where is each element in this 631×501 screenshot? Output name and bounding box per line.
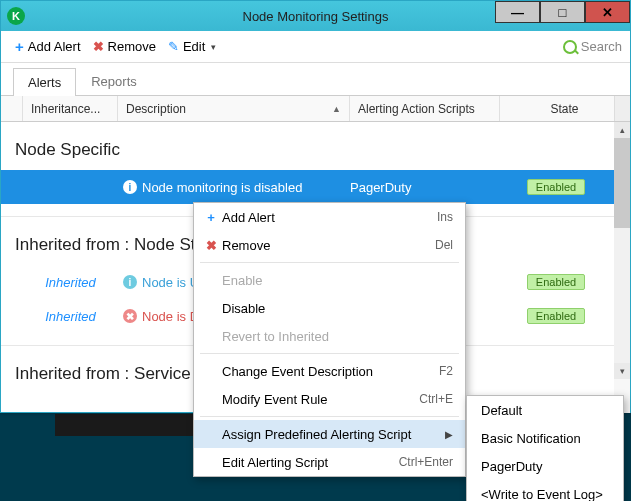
menu-label: Remove — [222, 238, 435, 253]
column-description-label: Description — [126, 102, 186, 116]
column-inheritance[interactable]: Inheritance... — [23, 96, 118, 121]
section-node-specific: Node Specific — [1, 122, 630, 170]
maximize-button[interactable]: □ — [540, 1, 585, 23]
scroll-down-button[interactable]: ▾ — [614, 363, 630, 379]
tab-alerts[interactable]: Alerts — [13, 68, 76, 96]
menu-change-description[interactable]: Change Event Description F2 — [194, 357, 465, 385]
cell-inherited: Inherited — [23, 275, 118, 290]
scroll-gutter-header — [614, 96, 630, 121]
add-alert-label: Add Alert — [28, 39, 81, 54]
toolbar: + Add Alert ✖ Remove ✎ Edit ▾ Search — [1, 31, 630, 63]
menu-separator — [200, 262, 459, 263]
x-icon: ✖ — [200, 238, 222, 253]
menu-edit-script[interactable]: Edit Alerting Script Ctrl+Enter — [194, 448, 465, 476]
tabs: Alerts Reports — [1, 67, 630, 96]
menu-accel: Ctrl+Enter — [399, 455, 453, 469]
search-icon — [563, 40, 577, 54]
state-badge: Enabled — [527, 308, 585, 324]
add-alert-button[interactable]: + Add Alert — [9, 36, 87, 57]
menu-label: Revert to Inherited — [222, 329, 453, 344]
submenu-basic-notification[interactable]: Basic Notification — [467, 424, 623, 452]
plus-icon: + — [15, 38, 24, 55]
scroll-thumb[interactable] — [614, 138, 630, 228]
menu-label: Modify Event Rule — [222, 392, 419, 407]
menu-label: Disable — [222, 301, 453, 316]
status-up-icon: i — [123, 275, 137, 289]
cell-inherited: Inherited — [23, 309, 118, 324]
column-drag-handle[interactable] — [1, 96, 23, 121]
menu-revert: Revert to Inherited — [194, 322, 465, 350]
menu-disable[interactable]: Disable — [194, 294, 465, 322]
cell-description: Node monitoring is disabled — [142, 180, 350, 195]
submenu-write-eventlog[interactable]: <Write to Event Log> — [467, 480, 623, 501]
column-alerting-scripts[interactable]: Alerting Action Scripts — [350, 96, 500, 121]
menu-modify-rule[interactable]: Modify Event Rule Ctrl+E — [194, 385, 465, 413]
edit-button[interactable]: ✎ Edit ▾ — [162, 37, 222, 56]
menu-accel: Del — [435, 238, 453, 252]
menu-remove[interactable]: ✖ Remove Del — [194, 231, 465, 259]
table-row-selected[interactable]: i Node monitoring is disabled PagerDuty … — [1, 170, 630, 204]
cell-action: PagerDuty — [350, 180, 500, 195]
menu-accel: F2 — [439, 364, 453, 378]
submenu-assign-script: Default Basic Notification PagerDuty <Wr… — [466, 395, 624, 501]
menu-label: Assign Predefined Alerting Script — [222, 427, 439, 442]
tab-reports[interactable]: Reports — [76, 67, 152, 95]
sort-asc-icon: ▲ — [332, 104, 341, 114]
scroll-up-button[interactable]: ▴ — [614, 122, 630, 138]
app-icon: K — [7, 7, 25, 25]
submenu-default[interactable]: Default — [467, 396, 623, 424]
state-badge: Enabled — [527, 274, 585, 290]
chevron-down-icon: ▾ — [211, 42, 216, 52]
menu-separator — [200, 416, 459, 417]
title-bar[interactable]: K Node Monitoring Settings — □ ✕ — [1, 1, 630, 31]
context-menu: + Add Alert Ins ✖ Remove Del Enable Disa… — [193, 202, 466, 477]
vertical-scrollbar[interactable]: ▴ ▾ — [614, 122, 630, 413]
menu-separator — [200, 353, 459, 354]
status-down-icon: ✖ — [123, 309, 137, 323]
chevron-right-icon: ▶ — [445, 429, 453, 440]
info-icon: i — [123, 180, 137, 194]
remove-label: Remove — [108, 39, 156, 54]
menu-enable: Enable — [194, 266, 465, 294]
menu-assign-script[interactable]: Assign Predefined Alerting Script ▶ — [194, 420, 465, 448]
minimize-button[interactable]: — — [495, 1, 540, 23]
menu-label: Edit Alerting Script — [222, 455, 399, 470]
menu-add-alert[interactable]: + Add Alert Ins — [194, 203, 465, 231]
column-description[interactable]: Description ▲ — [118, 96, 350, 121]
edit-label: Edit — [183, 39, 205, 54]
x-icon: ✖ — [93, 39, 104, 54]
remove-button[interactable]: ✖ Remove — [87, 37, 162, 56]
search-placeholder: Search — [581, 39, 622, 54]
submenu-pagerduty[interactable]: PagerDuty — [467, 452, 623, 480]
menu-label: Add Alert — [222, 210, 437, 225]
close-button[interactable]: ✕ — [585, 1, 630, 23]
column-headers: Inheritance... Description ▲ Alerting Ac… — [1, 96, 630, 122]
plus-icon: + — [200, 210, 222, 225]
search-input[interactable]: Search — [563, 39, 622, 54]
menu-label: Change Event Description — [222, 364, 439, 379]
state-badge: Enabled — [527, 179, 585, 195]
menu-label: Enable — [222, 273, 453, 288]
menu-accel: Ins — [437, 210, 453, 224]
pencil-icon: ✎ — [168, 39, 179, 54]
menu-accel: Ctrl+E — [419, 392, 453, 406]
column-state[interactable]: State — [500, 96, 630, 121]
